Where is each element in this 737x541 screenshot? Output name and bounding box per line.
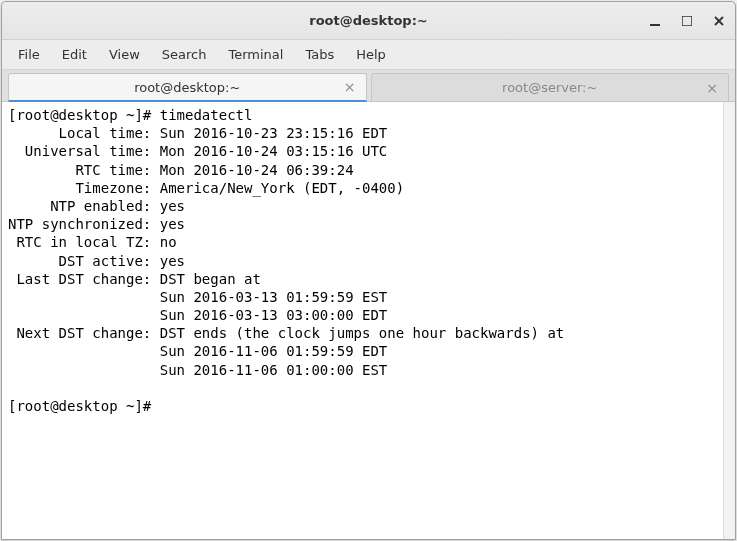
tab-label: root@server:~ [372, 80, 729, 95]
svg-rect-0 [650, 24, 660, 26]
menu-help[interactable]: Help [346, 43, 396, 66]
close-button[interactable] [711, 13, 727, 29]
maximize-button[interactable] [679, 13, 695, 29]
content-area: [root@desktop ~]# timedatectl Local time… [2, 102, 735, 539]
svg-rect-1 [682, 16, 692, 26]
terminal-line: Last DST change: DST began at [8, 271, 261, 287]
menu-file[interactable]: File [8, 43, 50, 66]
terminal-line: Sun 2016-11-06 01:59:59 EDT [8, 343, 387, 359]
minimize-button[interactable] [647, 13, 663, 29]
menu-tabs[interactable]: Tabs [295, 43, 344, 66]
terminal-output[interactable]: [root@desktop ~]# timedatectl Local time… [2, 102, 723, 539]
terminal-line: Sun 2016-03-13 03:00:00 EDT [8, 307, 387, 323]
terminal-line: [root@desktop ~]# timedatectl [8, 107, 252, 123]
terminal-window: root@desktop:~ File Edit View Search Ter… [1, 1, 736, 540]
terminal-line: Next DST change: DST ends (the clock jum… [8, 325, 564, 341]
terminal-line: RTC time: Mon 2016-10-24 06:39:24 [8, 162, 354, 178]
tab-label: root@desktop:~ [9, 80, 366, 95]
close-icon[interactable]: × [706, 81, 718, 95]
window-title: root@desktop:~ [309, 13, 428, 28]
tab-server[interactable]: root@server:~ × [371, 73, 730, 101]
tab-desktop[interactable]: root@desktop:~ × [8, 73, 367, 102]
terminal-line: RTC in local TZ: no [8, 234, 177, 250]
menu-terminal[interactable]: Terminal [218, 43, 293, 66]
menu-view[interactable]: View [99, 43, 150, 66]
close-icon[interactable]: × [344, 80, 356, 94]
terminal-line: NTP enabled: yes [8, 198, 185, 214]
menubar: File Edit View Search Terminal Tabs Help [2, 40, 735, 70]
menu-edit[interactable]: Edit [52, 43, 97, 66]
menu-search[interactable]: Search [152, 43, 217, 66]
terminal-line: Local time: Sun 2016-10-23 23:15:16 EDT [8, 125, 387, 141]
scrollbar[interactable] [723, 102, 735, 539]
window-controls [647, 13, 727, 29]
terminal-line: Sun 2016-11-06 01:00:00 EST [8, 362, 387, 378]
titlebar: root@desktop:~ [2, 2, 735, 40]
terminal-line: NTP synchronized: yes [8, 216, 185, 232]
terminal-line: Sun 2016-03-13 01:59:59 EST [8, 289, 387, 305]
tab-bar: root@desktop:~ × root@server:~ × [2, 70, 735, 102]
terminal-prompt: [root@desktop ~]# [8, 398, 160, 414]
terminal-line: Universal time: Mon 2016-10-24 03:15:16 … [8, 143, 387, 159]
terminal-line: DST active: yes [8, 253, 185, 269]
terminal-line: Timezone: America/New_York (EDT, -0400) [8, 180, 404, 196]
